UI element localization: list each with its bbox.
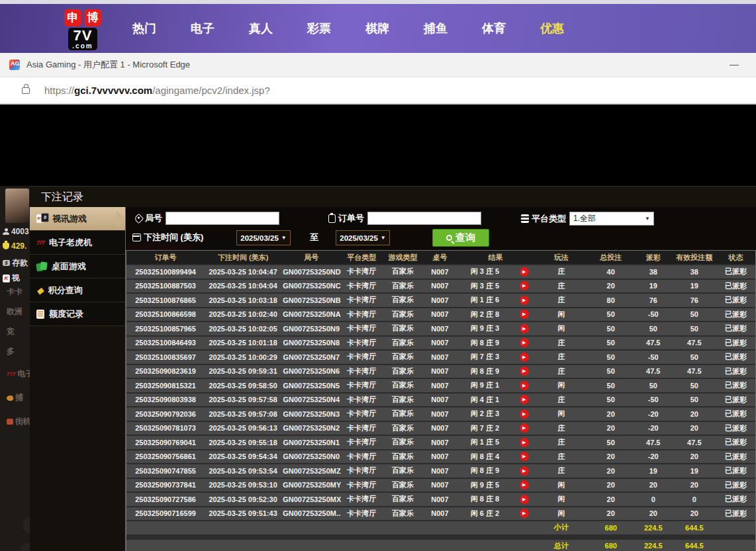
site-nav: 申 博 7V .com 热门电子真人彩票棋牌捕鱼体育优惠 — [0, 4, 756, 53]
nav-item-6[interactable]: 体育 — [482, 21, 506, 36]
date-to-select[interactable]: 2025/03/25▼ — [336, 230, 390, 245]
cell-result: 闲 3 庄 5 — [456, 280, 513, 293]
lobby-item-3[interactable]: K视 — [3, 273, 20, 284]
replay-icon[interactable]: ▶ — [520, 423, 529, 433]
replay-icon[interactable]: ▶ — [520, 324, 529, 333]
replay-icon[interactable]: ▶ — [520, 310, 529, 319]
cell-bet: 50 — [588, 436, 634, 449]
cell-play: 庄 — [535, 351, 588, 364]
date-from-select[interactable]: 2025/03/25▼ — [236, 230, 291, 245]
replay-icon[interactable]: ▶ — [520, 438, 529, 447]
replay-icon[interactable]: ▶ — [520, 409, 529, 419]
total-label: 总计 — [535, 540, 588, 551]
cell-play: 庄 — [535, 422, 588, 435]
cell-round: GN007253250N2 — [281, 422, 341, 435]
order-label: 订单号 — [328, 212, 364, 224]
nav-item-1[interactable]: 电子 — [191, 21, 214, 36]
cell-play: 庄 — [535, 265, 588, 278]
cell-round: GN007253250MX — [281, 493, 341, 506]
table-row: 2503250907478552025-03-25 09:53:54GN0072… — [126, 464, 755, 478]
menu-item-3[interactable]: ◆积分查询 — [30, 278, 125, 302]
replay-icon[interactable]: ▶ — [520, 495, 529, 504]
table-row: 2503250907810732025-03-25 09:56:13GN0072… — [126, 422, 755, 435]
table-row: 2503250908153212025-03-25 09:58:50GN0072… — [126, 379, 755, 392]
lobby-item-6[interactable]: 竞 — [7, 326, 15, 337]
platform-type-select[interactable]: 1.全部▼ — [569, 212, 654, 226]
faint-icon — [20, 543, 30, 551]
cell-result: 闲 7 庄 2 — [456, 422, 513, 435]
cell-valid: 20 — [673, 450, 716, 464]
cell-bet: 50 — [588, 365, 634, 378]
person-icon — [3, 228, 9, 235]
platform-type-label: 平台类型 — [521, 213, 566, 225]
table-row: 2503250908039382025-03-25 09:57:58GN0072… — [126, 394, 755, 407]
menu-item-2[interactable]: 桌面游戏 — [30, 255, 125, 278]
lobby-item-9[interactable]: 捕 — [7, 392, 23, 403]
nav-item-5[interactable]: 捕鱼 — [424, 21, 448, 36]
replay-icon[interactable]: ▶ — [520, 281, 529, 290]
lobby-item-1[interactable]: 429. — [3, 241, 26, 251]
col-round: 局号 — [281, 251, 341, 264]
nav-item-2[interactable]: 真人 — [249, 21, 273, 36]
cell-payout: 47.5 — [634, 365, 673, 378]
bet-time-label: 下注时间 (美东) — [132, 232, 203, 243]
replay-icon[interactable]: ▶ — [520, 509, 529, 518]
replay-icon[interactable]: ▶ — [520, 366, 529, 376]
replay-icon[interactable]: ▶ — [520, 353, 529, 362]
nav-item-3[interactable]: 彩票 — [307, 21, 331, 36]
screen: 申 博 7V .com 热门电子真人彩票棋牌捕鱼体育优惠 AG Asia Gam… — [0, 0, 756, 551]
cell-round: GN007253250N0 — [281, 450, 341, 464]
logo-tld: .com — [72, 43, 93, 49]
chevron-down-icon: ▼ — [381, 235, 386, 241]
cell-play: 庄 — [535, 294, 588, 307]
order-input[interactable] — [367, 212, 481, 225]
cell-game-type: 百家乐 — [382, 265, 423, 278]
lobby-item-10[interactable]: 街机 — [7, 416, 30, 427]
cell-valid: 20 — [673, 422, 716, 435]
replay-icon[interactable]: ▶ — [520, 480, 529, 489]
nav-item-4[interactable]: 棋牌 — [365, 21, 389, 36]
menu-item-4[interactable]: 额度记录 — [30, 302, 125, 326]
cell-time: 2025-03-25 09:55:18 — [205, 436, 281, 449]
lobby-item-7[interactable]: 多 — [7, 346, 15, 357]
lobby-item-5[interactable]: 欧洲 — [7, 306, 23, 318]
bet-table: 订单号 下注时间 (美东) 局号 平台类型 游戏类型 桌号 结果 玩法 总投注 … — [126, 249, 755, 551]
cell-payout: -50 — [634, 351, 673, 364]
cell-game-type: 百家乐 — [382, 308, 423, 321]
cell-order: 250325100899494 — [126, 265, 205, 278]
url-bar[interactable]: https://gci.7vvvvvv.com/agingame/pcv2/in… — [0, 77, 756, 105]
menu-item-1[interactable]: 777电子老虎机 — [30, 231, 125, 255]
url-text[interactable]: https://gci.7vvvvvv.com/agingame/pcv2/in… — [44, 85, 270, 96]
replay-icon[interactable]: ▶ — [520, 267, 529, 276]
replay-icon[interactable]: ▶ — [520, 381, 529, 390]
lobby-item-label: 欧洲 — [7, 306, 23, 318]
replay-icon[interactable]: ▶ — [520, 466, 529, 476]
lobby-item-0[interactable]: 4003 — [3, 227, 29, 236]
replay-icon[interactable]: ▶ — [520, 452, 529, 461]
cell-result: 闲 4 庄 1 — [456, 394, 513, 407]
search-button[interactable]: 查询 — [432, 229, 489, 247]
browser-title-bar: AG Asia Gaming - 用户配置 1 - Microsoft Edge… — [0, 53, 756, 77]
cell-result: 闲 8 庄 9 — [456, 464, 513, 478]
menu-item-0[interactable]: 视讯游戏 — [30, 207, 125, 231]
lobby-item-8[interactable]: 777电子 — [7, 368, 30, 380]
cell-platform: 卡卡湾厅 — [341, 294, 382, 307]
nav-item-0[interactable]: 热门 — [132, 21, 156, 36]
replay-icon[interactable]: ▶ — [520, 338, 529, 347]
cell-platform: 卡卡湾厅 — [341, 337, 382, 350]
minimize-button[interactable]: — — [727, 58, 741, 71]
cell-bet: 20 — [588, 280, 634, 293]
replay-icon[interactable]: ▶ — [520, 296, 529, 305]
lobby-item-4[interactable]: 卡卡 — [7, 286, 23, 298]
cell-status: 已派彩 — [716, 308, 755, 321]
replay-icon[interactable]: ▶ — [520, 395, 529, 404]
cell-status: 已派彩 — [716, 450, 755, 464]
logo-7v-block: 7V .com — [68, 28, 97, 50]
cell-game-type: 百家乐 — [382, 436, 423, 449]
cell-table: N007 — [423, 365, 456, 378]
cell-game-type: 百家乐 — [382, 479, 423, 492]
nav-item-7[interactable]: 优惠 — [540, 21, 564, 36]
round-input[interactable] — [165, 212, 279, 225]
site-logo[interactable]: 申 博 7V .com — [50, 9, 116, 51]
lobby-item-2[interactable]: $存款 — [3, 257, 28, 269]
